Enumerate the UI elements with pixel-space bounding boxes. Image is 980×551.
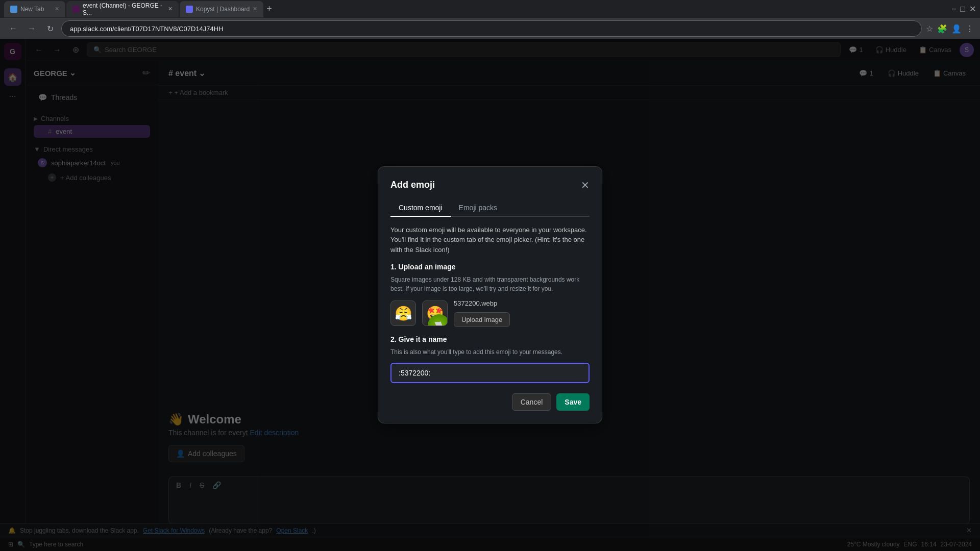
tab-kopyst-label: Kopyst | Dashboard (196, 6, 250, 13)
cursor-emoji-icon: ⚑ (432, 318, 446, 327)
upload-info: 5372200.webp Upload image (454, 299, 510, 327)
tab-custom-emoji[interactable]: Custom emoji (390, 199, 451, 217)
forward-button[interactable]: → (24, 21, 39, 36)
browser-tab-bar: New Tab ✕ event (Channel) - GEORGE - S..… (0, 0, 980, 18)
tab-slack[interactable]: event (Channel) - GEORGE - S... ✕ (66, 1, 179, 17)
tab-list: New Tab ✕ event (Channel) - GEORGE - S..… (4, 1, 949, 17)
reload-button[interactable]: ↻ (43, 21, 57, 36)
emoji-preview-small: 😤 (390, 300, 416, 326)
url-text: app.slack.com/client/T07D17NTNV8/C07D14J… (70, 25, 224, 33)
dialog-overlay: Add emoji ✕ Custom emoji Emoji packs You… (0, 39, 980, 551)
dialog-tabs: Custom emoji Emoji packs (390, 199, 590, 217)
file-name: 5372200.webp (454, 299, 510, 307)
tab-kopyst-close[interactable]: ✕ (253, 6, 257, 12)
back-button[interactable]: ← (6, 21, 20, 36)
name-section: 2. Give it a name This is also what you'… (390, 335, 590, 383)
upload-preview: 😤 🤩 ⚑ 5372200.webp Upload image (390, 299, 590, 327)
restore-icon[interactable]: □ (960, 5, 965, 14)
tab-newtab-icon (10, 6, 17, 13)
dialog-title: Add emoji (390, 180, 435, 190)
extension-icon[interactable]: 🧩 (937, 24, 947, 34)
dialog-close-btn[interactable]: ✕ (581, 179, 590, 191)
nav-right-icons: ☆ 🧩 👤 ⋮ (926, 24, 974, 34)
tab-newtab-label: New Tab (20, 6, 44, 13)
browser-window-controls: − □ ✕ (951, 4, 976, 14)
tab-kopyst[interactable]: Kopyst | Dashboard ✕ (180, 1, 263, 17)
emoji-preview-large: 🤩 ⚑ (422, 300, 448, 326)
cancel-button[interactable]: Cancel (512, 393, 552, 411)
name-section-desc: This is also what you'll type to add thi… (390, 347, 590, 357)
tab-newtab[interactable]: New Tab ✕ (4, 1, 65, 17)
tab-emoji-packs[interactable]: Emoji packs (451, 199, 505, 217)
dialog-footer: Cancel Save (390, 393, 590, 411)
dialog-description: Your custom emoji will be available to e… (390, 225, 590, 255)
name-section-title: 2. Give it a name (390, 335, 590, 343)
tab-slack-close[interactable]: ✕ (168, 6, 173, 12)
add-emoji-dialog: Add emoji ✕ Custom emoji Emoji packs You… (378, 166, 602, 424)
menu-icon[interactable]: ⋮ (966, 24, 974, 34)
close-browser-icon[interactable]: ✕ (969, 4, 976, 14)
tab-slack-icon (72, 6, 80, 13)
tab-newtab-close[interactable]: ✕ (55, 6, 59, 12)
emoji-name-input[interactable] (390, 363, 590, 383)
browser-nav-bar: ← → ↻ app.slack.com/client/T07D17NTNV8/C… (0, 18, 980, 39)
dialog-header: Add emoji ✕ (390, 179, 590, 191)
save-button[interactable]: Save (556, 393, 590, 411)
new-tab-button[interactable]: + (264, 4, 274, 14)
url-bar[interactable]: app.slack.com/client/T07D17NTNV8/C07D14J… (61, 20, 922, 37)
profile-icon[interactable]: 👤 (951, 24, 962, 34)
bookmark-star-icon[interactable]: ☆ (926, 24, 933, 34)
browser-chrome: New Tab ✕ event (Channel) - GEORGE - S..… (0, 0, 980, 39)
tab-slack-label: event (Channel) - GEORGE - S... (83, 2, 165, 16)
upload-section-desc: Square images under 128 KB and with tran… (390, 275, 590, 293)
upload-section-title: 1. Upload an image (390, 263, 590, 271)
minimize-icon[interactable]: − (951, 5, 956, 14)
upload-image-btn[interactable]: Upload image (454, 312, 510, 327)
tab-kopyst-icon (186, 6, 193, 13)
